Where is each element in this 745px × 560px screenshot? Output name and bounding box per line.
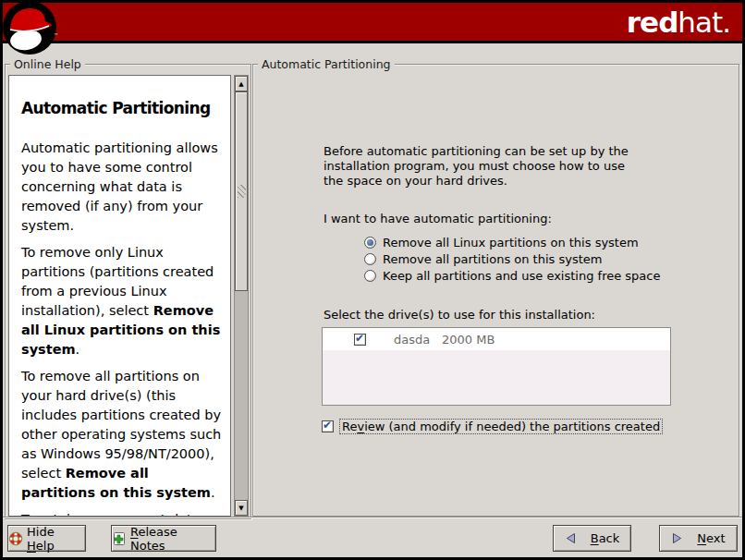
release-notes-label: Release Notes: [130, 525, 215, 553]
review-label-mnemonic: v: [357, 420, 364, 433]
footer-separator: [3, 517, 742, 518]
hide-help-label-post: elp: [36, 539, 55, 553]
next-label-mnemonic: N: [697, 531, 706, 545]
drive-row[interactable]: dasda2000 MB: [323, 328, 670, 350]
radio-option[interactable]: Keep all partitions and use existing fre…: [364, 267, 660, 284]
life-preserver-icon: [8, 531, 23, 546]
help-paragraph: To remove all partitions on your hard dr…: [21, 367, 226, 503]
installer-window: redhat. ™ Online Help Automatic Partitio…: [3, 3, 742, 557]
hide-help-button[interactable]: Hide Help: [7, 525, 86, 552]
release-notes-icon: [112, 531, 127, 546]
intro-text: Before automatic partitioning can be set…: [324, 144, 630, 189]
drive-list: dasda2000 MB: [322, 327, 671, 406]
help-paragraph: Automatic partitioning allows you to hav…: [21, 139, 226, 236]
help-heading: Automatic Partitioning: [21, 96, 226, 120]
auto-partitioning-options: Remove all Linux partitions on this syst…: [364, 234, 660, 284]
back-button[interactable]: Back: [553, 525, 631, 552]
online-help-frame-title: Online Help: [10, 57, 85, 71]
header-banner: redhat.: [3, 3, 742, 43]
help-scrollbar[interactable]: ▲ ▼: [234, 75, 249, 517]
review-label-post: iew (and modify if needed) the partition…: [364, 420, 660, 433]
scrollbar-thumb[interactable]: [235, 91, 248, 291]
scroll-up-arrow-icon: ▲: [238, 80, 243, 88]
help-content: Automatic Partitioning Automatic partiti…: [9, 76, 230, 517]
hide-help-label-mnemonic: H: [27, 539, 36, 553]
scrollbar-down-button[interactable]: ▼: [235, 500, 248, 516]
radio-option[interactable]: Remove all Linux partitions on this syst…: [364, 234, 660, 250]
next-label-post: ext: [706, 531, 726, 545]
brand-bold: red: [627, 6, 678, 39]
next-label: Next: [697, 531, 725, 545]
hide-help-label: Hide Help: [27, 525, 85, 553]
question-label: I want to have automatic partitioning:: [324, 212, 552, 225]
scroll-down-arrow-icon: ▼: [238, 505, 243, 512]
help-paragraphs: Automatic partitioning allows you to hav…: [21, 139, 226, 517]
back-label-post: ack: [599, 531, 620, 545]
radio-icon: [364, 237, 376, 249]
review-checkbox-label: Review (and modify if needed) the partit…: [339, 419, 663, 434]
svg-text:™: ™: [54, 32, 58, 38]
next-button[interactable]: Next: [659, 525, 738, 552]
brand-period: .: [722, 6, 730, 39]
automatic-partitioning-frame-title: Automatic Partitioning: [258, 57, 395, 71]
online-help-frame: Online Help Automatic Partitioning Autom…: [5, 64, 251, 519]
release-notes-label-post: elease Notes: [130, 525, 177, 553]
help-paragraph: To remove only Linux partitions (partiti…: [21, 243, 226, 359]
help-paragraph: To retain your current data and: [21, 510, 226, 517]
back-arrow-icon: [565, 532, 577, 544]
radio-icon: [364, 253, 376, 265]
radio-option[interactable]: Remove all partitions on this system: [364, 250, 660, 267]
brand-regular: hat: [678, 6, 722, 39]
radio-label: Keep all partitions and use existing fre…: [383, 269, 660, 283]
automatic-partitioning-frame: Automatic Partitioning Before automatic …: [252, 64, 739, 517]
next-arrow-icon: [671, 532, 683, 544]
redhat-wordmark: redhat.: [627, 4, 730, 41]
review-checkbox-row[interactable]: Review (and modify if needed) the partit…: [322, 419, 663, 434]
scrollbar-up-button[interactable]: ▲: [235, 76, 248, 91]
release-notes-button[interactable]: Release Notes: [111, 525, 216, 552]
drive-select-label: Select the drive(s) to use for this inst…: [324, 308, 595, 322]
review-label-pre: Re: [342, 420, 357, 433]
drive-checkbox[interactable]: [354, 334, 366, 346]
radio-icon: [364, 270, 376, 282]
radio-label: Remove all Linux partitions on this syst…: [383, 236, 639, 250]
hide-help-label-pre: Hide: [27, 525, 55, 539]
redhat-shadowman-logo-icon: ™: [3, 3, 60, 58]
drive-size: 2000 MB: [442, 333, 495, 347]
back-label-mnemonic: B: [591, 531, 599, 545]
back-label: Back: [591, 531, 620, 545]
review-checkbox[interactable]: [322, 420, 334, 432]
drive-name: dasda: [394, 333, 433, 347]
help-text-viewport[interactable]: Automatic Partitioning Automatic partiti…: [8, 75, 231, 517]
radio-label: Remove all partitions on this system: [383, 252, 602, 266]
